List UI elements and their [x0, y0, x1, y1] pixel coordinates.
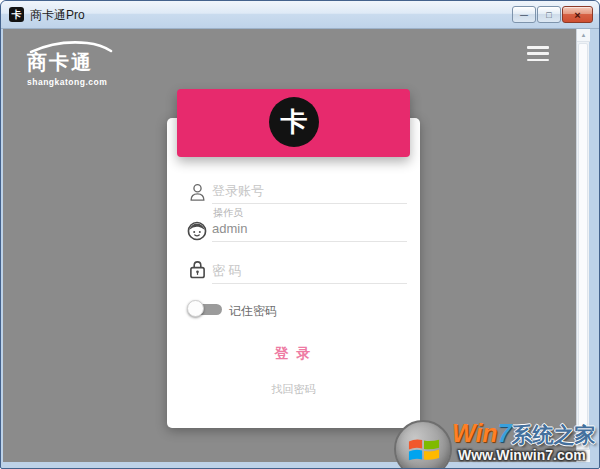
content-area: 商卡通 shangkatong.com 操作员: [3, 29, 576, 462]
lock-icon: [189, 259, 206, 280]
watermark-site-name: Win7系统之家: [452, 419, 596, 449]
logo-domain: shangkatong.com: [27, 77, 113, 87]
windows-logo-icon: [408, 435, 440, 465]
forgot-password-link[interactable]: 找回密码: [167, 382, 420, 397]
app-window: 卡 商卡通Pro — □ × 商卡通 shangkatong.com: [0, 0, 600, 469]
watermark: Win7系统之家 Www.Winwin7.com: [394, 418, 600, 469]
operator-face-icon: [187, 221, 207, 241]
remember-label: 记住密码: [229, 303, 277, 320]
brand-logo: 商卡通 shangkatong.com: [27, 39, 113, 87]
login-card: 操作员 记住密码: [167, 118, 420, 428]
window-controls: — □ ×: [512, 6, 593, 23]
card-logo-circle: 卡: [269, 97, 319, 147]
card-banner: 卡: [177, 89, 410, 157]
logo-text: 商卡通: [27, 49, 113, 76]
close-button[interactable]: ×: [562, 6, 593, 23]
remember-toggle[interactable]: [187, 300, 225, 319]
title-bar: 卡 商卡通Pro — □ ×: [1, 1, 599, 29]
login-button[interactable]: 登 录: [167, 342, 420, 366]
watermark-text: Win7系统之家 Www.Winwin7.com: [452, 419, 596, 463]
scrollbar-up-button[interactable]: ▲: [577, 29, 590, 42]
scrollbar-thumb[interactable]: [578, 43, 588, 428]
maximize-button[interactable]: □: [537, 6, 561, 23]
account-input[interactable]: [212, 178, 407, 204]
app-icon: 卡: [9, 7, 24, 22]
watermark-url: Www.Winwin7.com: [458, 447, 596, 463]
vertical-scrollbar[interactable]: ▲ ▼: [576, 29, 589, 462]
operator-input[interactable]: [212, 216, 407, 242]
password-input[interactable]: [212, 257, 407, 284]
menu-icon[interactable]: [527, 46, 549, 62]
toggle-thumb: [187, 300, 204, 317]
window-title: 商卡通Pro: [30, 1, 85, 29]
minimize-button[interactable]: —: [512, 6, 536, 23]
user-icon: [189, 183, 206, 202]
windows-logo-circle: [394, 420, 452, 469]
